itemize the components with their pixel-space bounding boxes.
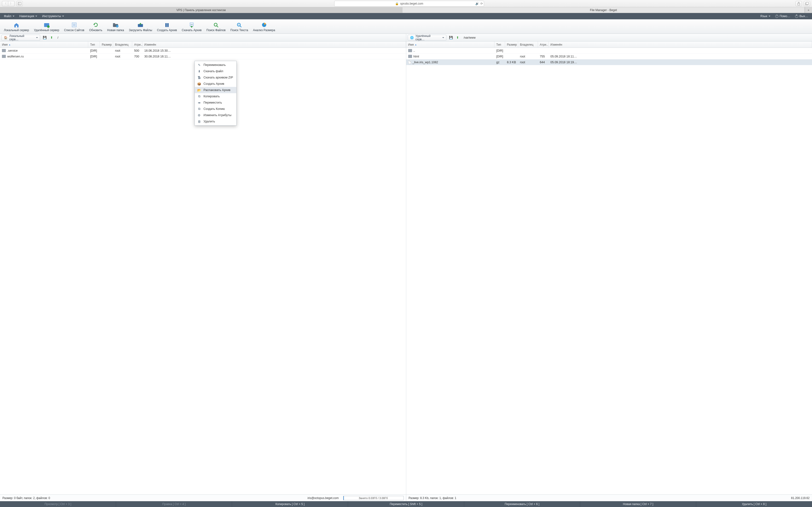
col-mtime[interactable]: Изменён xyxy=(549,42,812,48)
make-archive-icon xyxy=(163,22,170,28)
col-type[interactable]: Тип xyxy=(88,42,100,48)
table-row[interactable]: wolfersen.ru[DIR]root70030.08.2018 16:11… xyxy=(0,54,406,59)
tool-find-files[interactable]: Поиск Файлов xyxy=(204,20,228,33)
disk-icon[interactable]: 💾 xyxy=(43,36,47,40)
tool-new-folder[interactable]: +Новая папка xyxy=(105,20,126,33)
menu-Вых…[interactable]: Вых… xyxy=(793,14,811,18)
col-size[interactable]: Размер xyxy=(100,42,113,48)
current-path[interactable]: /var/www xyxy=(462,36,811,39)
ctx-extract[interactable]: 📂Распаковать Архив xyxy=(195,87,236,93)
ctx-download-zip[interactable]: 🗜Скачать архивом ZIP xyxy=(195,74,236,80)
browser-tab[interactable]: File Manager - Beget xyxy=(402,7,805,13)
tool-label: Загрузить Файлы xyxy=(129,29,152,32)
svg-text:T: T xyxy=(238,23,240,26)
reload-icon[interactable]: ⟳ xyxy=(480,2,483,5)
tool-upload[interactable]: Загрузить Файлы xyxy=(126,20,154,33)
menu-инструменты[interactable]: Инструменты xyxy=(40,14,66,18)
address-bar[interactable]: 🔒 sprutio.beget.com 🔊 ⟳ xyxy=(334,1,484,6)
sidebar-toggle-button[interactable] xyxy=(16,1,23,6)
share-button[interactable] xyxy=(796,1,802,6)
menu-Язык[interactable]: Язык xyxy=(758,14,773,18)
tool-make-archive[interactable]: Создать Архив xyxy=(155,20,180,33)
table-row[interactable]: html[DIR]root75505.09.2018 18:11… xyxy=(406,54,812,59)
cell-type: gz xyxy=(495,61,505,64)
col-owner[interactable]: Владелец xyxy=(518,42,538,48)
size-analysis-icon xyxy=(260,22,268,28)
ctx-chmod[interactable]: ⚙Изменить Атрибуты xyxy=(195,112,236,118)
cell-attr: 700 xyxy=(132,55,142,58)
tool-site-list[interactable]: Список Сайтов xyxy=(62,20,87,33)
svg-line-27 xyxy=(216,25,218,27)
col-owner[interactable]: Владелец xyxy=(113,42,132,48)
table-row[interactable]: ..[DIR] xyxy=(406,48,812,54)
ctx-create-archive[interactable]: 📦Создать Архив xyxy=(195,80,236,87)
col-attr[interactable]: Атри… xyxy=(538,42,549,48)
table-header: Имя▲ТипРазмерВладелецАтри…Изменён xyxy=(0,42,406,48)
tool-label: Удалённый сервер xyxy=(34,29,59,32)
server-selector[interactable]: 🏠 Локальный серв… xyxy=(1,35,40,41)
bottom-action[interactable]: Переместить [ Shift + 5 ] xyxy=(348,501,464,507)
table-row[interactable]: _live.iris_wp1.1082gz8.3 KBroot64405.09.… xyxy=(406,59,812,65)
remote-server-icon xyxy=(43,22,50,28)
svg-text:ZIP: ZIP xyxy=(191,23,193,25)
bottom-action[interactable]: Переименовать [ Ctrl + 6 ] xyxy=(464,501,580,507)
tabs-overview-button[interactable] xyxy=(804,1,810,6)
ctx-delete[interactable]: 🗑Удалить xyxy=(195,118,236,125)
chmod-icon: ⚙ xyxy=(197,113,201,117)
tool-refresh[interactable]: Обновить xyxy=(87,20,105,33)
col-name[interactable]: Имя▲ xyxy=(0,42,88,48)
app-menubar: ФайлНавигацияИнструменты ЯзыкПомо…Вых… xyxy=(0,13,812,19)
tool-label: Обновить xyxy=(89,29,102,32)
new-tab-button[interactable]: ＋ xyxy=(805,7,812,13)
cell-type: [DIR] xyxy=(495,55,505,58)
tool-remote-server[interactable]: Удалённый сервер xyxy=(32,20,62,33)
tool-find-text[interactable]: TПоиск Текста xyxy=(228,20,250,33)
browser-tab-title: File Manager - Beget xyxy=(590,8,617,12)
move-icon: ➡ xyxy=(197,101,201,105)
download-zip-icon: 🗜 xyxy=(197,75,201,79)
browser-tab[interactable]: VPS | Панель управления хостингом xyxy=(0,7,402,13)
tool-local-server[interactable]: Локальный сервер xyxy=(1,20,32,33)
site-list-icon xyxy=(70,22,78,28)
tool-label: Поиск Текста xyxy=(230,29,248,32)
bottom-action[interactable]: Удалить [ Ctrl + 8 ] xyxy=(696,501,812,507)
upload-icon[interactable]: ⬆ xyxy=(49,36,54,40)
bottom-action[interactable]: Новая папка [ Ctrl + 7 ] xyxy=(580,501,696,507)
col-size[interactable]: Размер xyxy=(505,42,518,48)
col-mtime[interactable]: Изменён xyxy=(142,42,406,48)
menu-Помо…[interactable]: Помо… xyxy=(773,14,793,18)
cell-attr: 755 xyxy=(538,55,549,58)
col-attr[interactable]: Атри… xyxy=(132,42,142,48)
tool-size-analysis[interactable]: Анализ Размера xyxy=(251,20,278,33)
col-type[interactable]: Тип xyxy=(495,42,505,48)
ctx-move[interactable]: ➡Переместить xyxy=(195,100,236,106)
cell-type: [DIR] xyxy=(495,49,505,52)
forward-button[interactable]: 〉 xyxy=(8,1,14,6)
svg-point-9 xyxy=(47,25,50,28)
menu-навигация[interactable]: Навигация xyxy=(17,14,40,18)
tool-download-archive[interactable]: ZIPСкачать Архив xyxy=(179,20,204,33)
disk-icon[interactable]: 💾 xyxy=(449,36,453,40)
context-menu: ✎Переименовать⬇Скачать файл🗜Скачать архи… xyxy=(195,61,237,125)
audio-indicator-icon[interactable]: 🔊 xyxy=(475,2,479,5)
ctx-rename[interactable]: ✎Переименовать xyxy=(195,62,236,68)
table-row[interactable]: .service[DIR]root50018.06.2018 15:30… xyxy=(0,48,406,54)
ctx-copy[interactable]: ⧉Копировать xyxy=(195,93,236,100)
table-header: Имя▲ТипРазмерВладелецАтри…Изменён xyxy=(406,42,812,48)
back-button[interactable]: 〈 xyxy=(2,1,8,6)
pane-status-bar: Размер: 0 байт, папок: 2, файлов: 0 iris… xyxy=(0,495,406,501)
bottom-action[interactable]: Копировать [ Ctrl + 5 ] xyxy=(232,501,348,507)
table-body[interactable]: ..[DIR]html[DIR]root75505.09.2018 18:11…… xyxy=(406,48,812,495)
server-selector[interactable]: 🌐 Удалённый серв… xyxy=(408,35,446,41)
bottom-action: Просмотр [ Ctrl + 3 ] xyxy=(0,501,116,507)
cell-mtime: 05.09.2018 18:11… xyxy=(549,55,812,58)
cell-type: [DIR] xyxy=(88,49,100,52)
upload-icon[interactable]: ⬆ xyxy=(456,36,460,40)
svg-marker-25 xyxy=(191,26,193,28)
menu-файл[interactable]: Файл xyxy=(1,14,17,18)
main-toolbar: Локальный серверУдалённый серверСписок С… xyxy=(0,19,812,34)
col-name[interactable]: Имя▲ xyxy=(406,42,495,48)
ctx-download-file[interactable]: ⬇Скачать файл xyxy=(195,68,236,74)
current-path[interactable]: / xyxy=(56,36,405,39)
ctx-duplicate[interactable]: ⧉Создать Копию xyxy=(195,106,236,112)
